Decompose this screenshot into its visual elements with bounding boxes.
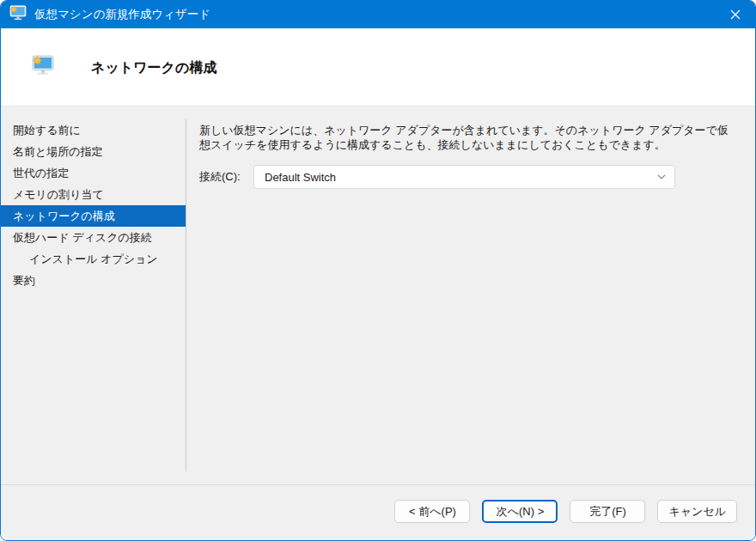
new-vm-wizard-window: 仮想マシンの新規作成ウィザード ネットワークの構成 開始する前に 名前と場所の指… xyxy=(0,0,756,541)
connection-dropdown[interactable]: Default Switch xyxy=(253,165,675,189)
wizard-steps-sidebar: 開始する前に 名前と場所の指定 世代の指定 メモリの割り当て ネットワークの構成… xyxy=(1,119,186,291)
sidebar-item-generation: 世代の指定 xyxy=(1,162,186,184)
previous-button[interactable]: < 前へ(P) xyxy=(394,500,470,523)
finish-button[interactable]: 完了(F) xyxy=(570,500,645,523)
connection-row: 接続(C): Default Switch xyxy=(199,165,755,189)
sidebar-item-memory: メモリの割り当て xyxy=(1,184,186,205)
sidebar-item-before-you-begin: 開始する前に xyxy=(1,119,186,141)
sidebar-item-virtual-hard-disk: 仮想ハード ディスクの接続 xyxy=(1,227,186,248)
window-title: 仮想マシンの新規作成ウィザード xyxy=(34,7,210,22)
vm-wizard-app-icon xyxy=(9,5,27,24)
network-description-text: 新しい仮想マシンには、ネットワーク アダプターが含まれています。そのネットワーク… xyxy=(199,123,732,152)
close-button[interactable] xyxy=(716,1,755,28)
sidebar-item-networking-selected: ネットワークの構成 xyxy=(1,205,186,227)
sidebar-item-installation-options: インストール オプション xyxy=(1,248,186,270)
cancel-button[interactable]: キャンセル xyxy=(657,500,737,523)
page-content: 新しい仮想マシンには、ネットワーク アダプターが含まれています。そのネットワーク… xyxy=(186,107,755,484)
wizard-page-header: ネットワークの構成 xyxy=(1,28,755,106)
chevron-down-icon xyxy=(657,174,666,179)
sidebar-item-summary: 要約 xyxy=(1,270,186,291)
next-button[interactable]: 次へ(N) > xyxy=(482,500,558,523)
wizard-footer: < 前へ(P) 次へ(N) > 完了(F) キャンセル xyxy=(1,484,755,540)
connection-label: 接続(C): xyxy=(199,169,253,185)
page-title: ネットワークの構成 xyxy=(91,59,216,77)
connection-selected-value: Default Switch xyxy=(265,171,657,184)
vm-monitor-sparkle-icon xyxy=(32,55,54,79)
titlebar[interactable]: 仮想マシンの新規作成ウィザード xyxy=(1,1,755,28)
wizard-body: 開始する前に 名前と場所の指定 世代の指定 メモリの割り当て ネットワークの構成… xyxy=(1,107,755,484)
sidebar-item-name-location: 名前と場所の指定 xyxy=(1,141,186,162)
close-icon xyxy=(730,9,741,20)
